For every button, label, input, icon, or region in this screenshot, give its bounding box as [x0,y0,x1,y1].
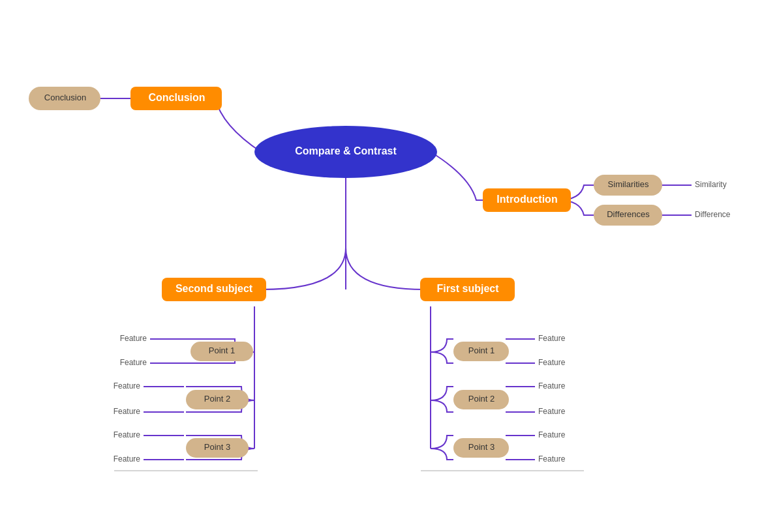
right-p2-f2-label: Feature [538,407,566,416]
conclusion-orange-label: Conclusion [148,92,205,103]
right-point-3-label: Point 3 [468,442,495,452]
right-p3-f2-label: Feature [538,454,566,464]
left-p3-f1-label: Feature [114,430,141,439]
right-point-1-label: Point 1 [468,346,495,355]
right-p2-f1-label: Feature [538,381,566,391]
left-point-3-label: Point 3 [204,442,230,452]
right-p1-f1-label: Feature [538,334,566,343]
first-subject-label: First subject [436,283,499,294]
left-p3-f2-label: Feature [114,454,141,464]
left-p2-f2-label: Feature [114,407,141,416]
similarities-label: Similarities [608,179,649,189]
left-point-1-label: Point 1 [209,346,235,355]
left-p1-f2-label: Feature [120,358,147,367]
mind-map: Compare & Contrast Conclusion Conclusion… [0,0,777,532]
right-p3-f1-label: Feature [538,430,566,439]
second-subject-label: Second subject [175,283,253,294]
center-label: Compare & Contrast [295,145,397,156]
difference-text: Difference [695,210,731,219]
conclusion-tan-label: Conclusion [44,93,86,102]
right-p1-f2-label: Feature [538,358,566,367]
left-p2-f1-label: Feature [114,381,141,391]
differences-label: Differences [607,209,650,219]
right-point-2-label: Point 2 [468,394,495,404]
introduction-label: Introduction [496,194,557,205]
left-point-2-label: Point 2 [204,394,230,404]
similarity-text: Similarity [695,180,727,189]
left-p1-f1-label: Feature [120,334,147,343]
